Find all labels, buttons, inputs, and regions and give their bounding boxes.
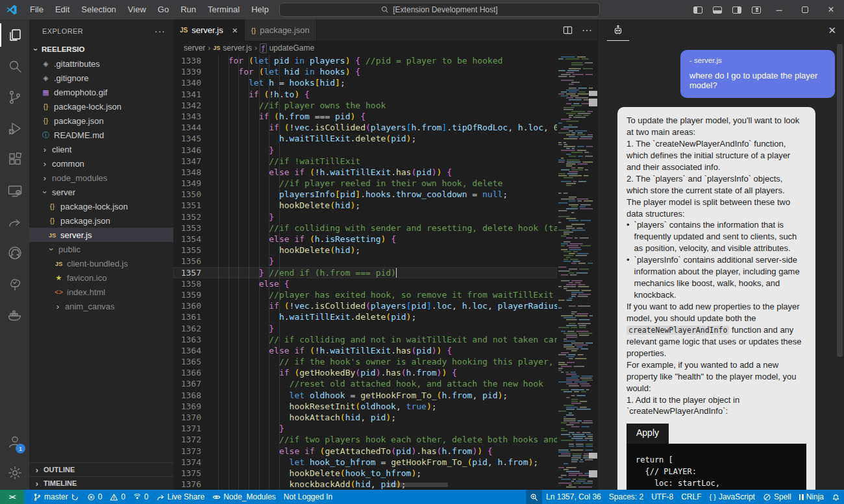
activity-search-icon[interactable] [0, 51, 29, 82]
breadcrumb-item-server-js[interactable]: JSserver.js [213, 43, 252, 53]
toggle-panel-icon[interactable] [708, 0, 727, 19]
tree-item-package-json[interactable]: {}package.json [29, 114, 173, 128]
activity-extensions-icon[interactable] [0, 144, 29, 175]
status-language-mode[interactable]: { }JavaScript [706, 490, 759, 504]
code-line-1374[interactable]: 1374 let hook_to_hfrom = getHookFrom_To_… [173, 457, 557, 468]
apply-button[interactable]: Apply [627, 424, 669, 443]
tree-item-demophoto-gif[interactable]: ▦demophoto.gif [29, 85, 173, 99]
code-line-1358[interactable]: 1358 else { [173, 278, 557, 289]
code-line-1354[interactable]: 1354 else if (h.isResetting) { [173, 234, 557, 245]
code-line-1355[interactable]: 1355 hookDelete(hid); [173, 245, 557, 256]
status-spell[interactable]: Spell [759, 490, 795, 504]
code-line-1367[interactable]: 1367 //reset old attached hook, and atta… [173, 378, 557, 389]
status-broadcast[interactable]: 0 [129, 490, 153, 504]
activity-source-control-icon[interactable] [0, 82, 29, 113]
status-branch[interactable]: master [29, 490, 83, 504]
status-screencast-zoom[interactable] [526, 490, 542, 504]
code-line-1349[interactable]: 1349 //if player reeled in their own hoo… [173, 178, 557, 189]
menu-go[interactable]: Go [152, 0, 175, 19]
activity-settings-gear-icon[interactable] [0, 457, 29, 488]
tree-item-package-lock-json[interactable]: {}package-lock.json [29, 99, 173, 114]
code-line-1363[interactable]: 1363 // if colliding and not in waitTill… [173, 334, 557, 345]
tree-item-anim-canvas[interactable]: ›anim_canvas [29, 299, 173, 313]
activity-files-icon[interactable] [0, 19, 29, 51]
status-cursor-position[interactable]: Ln 1357, Col 36 [542, 490, 605, 504]
remote-indicator[interactable]: >< [0, 490, 24, 504]
code-line-1345[interactable]: 1345 h.waitTillExit.delete(pid); [173, 133, 557, 144]
code-line-1348[interactable]: 1348 else if (!h.waitTillExit.has(pid)) … [173, 167, 557, 178]
tree-item-package-json[interactable]: {}package.json [29, 213, 173, 228]
toggle-sidebar-icon[interactable] [688, 0, 708, 19]
tree-item-readme-md[interactable]: ⓘREADME.md [29, 128, 173, 142]
code-line-1350[interactable]: 1350 playersInfo[pid].hooks.throw_cooldo… [173, 189, 557, 200]
activity-test-tree-icon[interactable] [0, 269, 29, 300]
code-line-1369[interactable]: 1369 hookResetInit(oldhook, true); [173, 401, 557, 412]
activity-remote-explorer-icon[interactable] [0, 175, 29, 206]
code-line-1340[interactable]: 1340 let h = hooks[hid]; [173, 77, 557, 88]
code-line-1371[interactable]: 1371 } [173, 423, 557, 434]
menu-edit[interactable]: Edit [49, 0, 75, 19]
code-line-1365[interactable]: 1365 // if the hook's owner is already h… [173, 356, 557, 367]
activity-accounts-icon[interactable]: 1 [0, 426, 29, 457]
status-encoding[interactable]: UTF-8 [647, 490, 677, 504]
breadcrumb-item-server[interactable]: server [184, 43, 205, 53]
tree-item--gitignore[interactable]: ◈.gitignore [29, 71, 173, 85]
split-editor-icon[interactable] [563, 25, 573, 35]
code-line-1362[interactable]: 1362 } [173, 323, 557, 334]
code-line-1347[interactable]: 1347 //if !waitTillExit [173, 156, 557, 167]
code-line-1356[interactable]: 1356 } [173, 256, 557, 267]
robot-tab[interactable] [607, 19, 629, 41]
code-line-1339[interactable]: 1339 for (let hid in hooks) { [173, 66, 557, 77]
code-line-1359[interactable]: 1359 //player has exited hook, so remove… [173, 289, 557, 300]
status-notifications[interactable] [828, 490, 844, 504]
breadcrumb-item-updateGame[interactable]: ƒupdateGame [260, 43, 314, 53]
customize-layout-icon[interactable] [747, 0, 766, 19]
status-eol[interactable]: CRLF [677, 490, 705, 504]
code-line-1357[interactable]: 1357 } //end if (h.from === pid) [173, 267, 557, 278]
tree-item-server-js[interactable]: JSserver.js [29, 228, 173, 242]
editor-more-actions-icon[interactable]: ··· [582, 25, 592, 36]
code-line-1344[interactable]: 1344 if (!vec.isCollided(players[h.from]… [173, 122, 557, 133]
menu-run[interactable]: Run [175, 0, 202, 19]
code-line-1372[interactable]: 1372 //if two players hook each other, d… [173, 434, 557, 445]
chat-scrollbar[interactable] [837, 44, 843, 357]
tree-item-favicon-ico[interactable]: ★favicon.ico [29, 270, 173, 285]
tree-item-node-modules[interactable]: ›node_modules [29, 171, 173, 185]
activity-run-debug-icon[interactable] [0, 113, 29, 144]
menu-view[interactable]: View [122, 0, 152, 19]
status-node-modules[interactable]: Node_Modules [208, 490, 280, 504]
activity-docker-icon[interactable] [0, 300, 29, 331]
activity-live-share-icon[interactable] [0, 206, 29, 237]
horizontal-scrollbar[interactable] [386, 483, 448, 487]
explorer-more-actions-icon[interactable]: ··· [155, 26, 166, 36]
code-line-1343[interactable]: 1343 if (h.from === pid) { [173, 111, 557, 122]
status-not-logged-in[interactable]: Not Logged In [280, 490, 336, 504]
code-line-1352[interactable]: 1352 } [173, 211, 557, 222]
menu-file[interactable]: File [24, 0, 49, 19]
code-editor[interactable]: 1338 for (let pid in players) { //pid = … [173, 55, 557, 490]
tree-item-public[interactable]: ›public [29, 242, 173, 256]
status-ninja[interactable]: Ninja [795, 490, 828, 504]
menu-selection[interactable]: Selection [75, 0, 121, 19]
status-indentation[interactable]: Spaces: 2 [605, 490, 647, 504]
code-line-1364[interactable]: 1364 else if (!h.waitTillExit.has(pid)) … [173, 345, 557, 356]
tree-item-server[interactable]: ›server [29, 185, 173, 199]
tab-package-json[interactable]: {}package.json [245, 19, 317, 41]
code-line-1361[interactable]: 1361 h.waitTillExit.delete(pid); [173, 311, 557, 322]
toggle-secondary-sidebar-icon[interactable] [727, 0, 747, 19]
close-button[interactable]: × [818, 0, 844, 19]
code-line-1373[interactable]: 1373 else if (getAttachedTo(pid).has(h.f… [173, 446, 557, 457]
close-panel-icon[interactable]: ✕ [828, 19, 836, 41]
tree-item-client[interactable]: ›client [29, 142, 173, 156]
code-line-1351[interactable]: 1351 hookDelete(hid); [173, 200, 557, 211]
close-tab-icon[interactable]: × [232, 25, 238, 36]
command-center-search[interactable]: [Extension Development Host] [279, 3, 600, 17]
code-line-1368[interactable]: 1368 let oldhook = getHookFrom_To_(h.fro… [173, 390, 557, 401]
tree-item-client-bundled-js[interactable]: JSclient-bundled.js [29, 256, 173, 270]
menu-help[interactable]: Help [245, 0, 275, 19]
status-warnings[interactable]: 0 [106, 490, 129, 504]
section-outline[interactable]: ›OUTLINE [29, 462, 173, 476]
code-line-1375[interactable]: 1375 hookDelete(hook_to_hfrom); [173, 468, 557, 479]
tree-item-common[interactable]: ›common [29, 156, 173, 171]
code-line-1353[interactable]: 1353 //if colliding with sender and rese… [173, 222, 557, 234]
